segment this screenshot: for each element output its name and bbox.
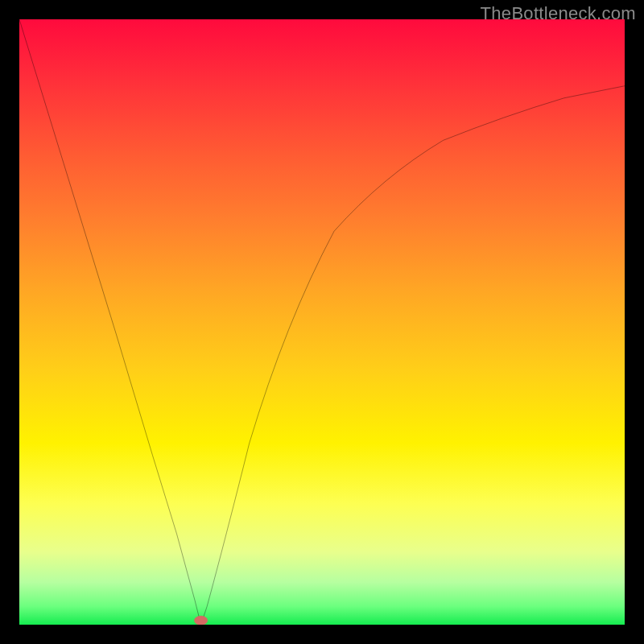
optimal-marker	[194, 616, 208, 625]
chart-frame: TheBottleneck.com	[0, 0, 644, 644]
source-label: TheBottleneck.com	[481, 3, 636, 24]
plot-area	[19, 19, 625, 625]
bottleneck-curve	[19, 19, 625, 625]
curve-layer	[19, 19, 625, 625]
